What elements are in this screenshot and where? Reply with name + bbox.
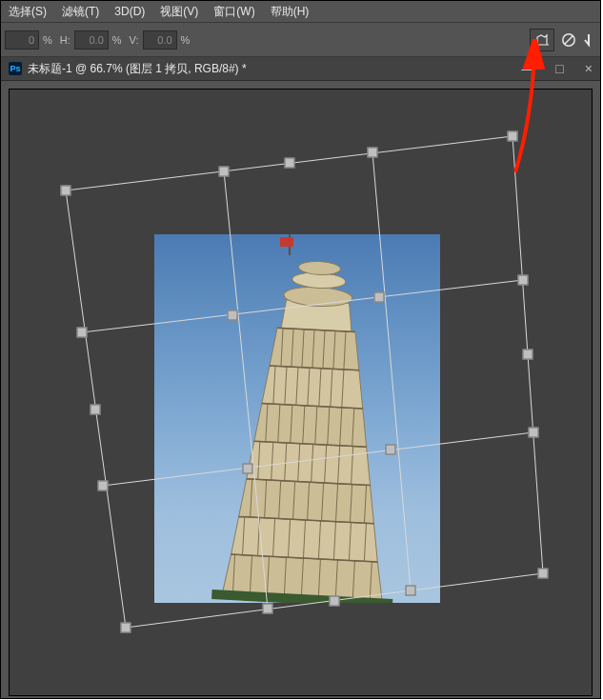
h-label: H: bbox=[60, 34, 70, 46]
document-tab-bar: Ps 未标题-1 @ 66.7% (图层 1 拷贝, RGB/8#) * — □… bbox=[1, 57, 600, 81]
minimize-button[interactable]: — bbox=[521, 61, 534, 76]
transform-handle-tc[interactable] bbox=[285, 158, 295, 169]
transform-handle-ml[interactable] bbox=[90, 405, 101, 415]
window-buttons: — □ × bbox=[521, 57, 593, 80]
v-label: V: bbox=[130, 34, 139, 46]
canvas-area[interactable] bbox=[9, 89, 593, 696]
menu-select[interactable]: 选择(S) bbox=[1, 1, 54, 22]
options-right bbox=[530, 23, 600, 56]
transform-handle[interactable] bbox=[386, 445, 396, 455]
h-input[interactable]: 0.0 bbox=[74, 30, 109, 50]
transform-handle[interactable] bbox=[98, 481, 109, 491]
transform-handle[interactable] bbox=[219, 167, 230, 177]
transform-handle-tr[interactable] bbox=[508, 131, 518, 142]
transform-handle-bc[interactable] bbox=[330, 596, 340, 607]
svg-rect-3 bbox=[280, 237, 293, 247]
transform-handle-tl[interactable] bbox=[61, 186, 71, 196]
menu-3d[interactable]: 3D(D) bbox=[107, 1, 152, 22]
transform-handle[interactable] bbox=[374, 292, 385, 303]
menu-filter[interactable]: 滤镜(T) bbox=[54, 1, 107, 22]
maximize-button[interactable]: □ bbox=[555, 61, 563, 76]
ps-icon: Ps bbox=[9, 62, 22, 75]
image-layer[interactable] bbox=[154, 234, 440, 603]
document-title[interactable]: 未标题-1 @ 66.7% (图层 1 拷贝, RGB/8#) * bbox=[28, 61, 247, 77]
transform-handle[interactable] bbox=[263, 604, 273, 614]
transform-handle[interactable] bbox=[228, 310, 238, 321]
svg-line-1 bbox=[565, 35, 573, 44]
transform-handle[interactable] bbox=[77, 328, 88, 338]
tower-illustration bbox=[154, 234, 440, 603]
transform-handle-bl[interactable] bbox=[121, 623, 131, 633]
transform-handle-mr[interactable] bbox=[523, 350, 533, 360]
cancel-icon[interactable] bbox=[560, 31, 577, 49]
unit-label: % bbox=[181, 34, 191, 46]
straighten-icon[interactable] bbox=[530, 29, 554, 51]
commit-icon[interactable] bbox=[583, 31, 596, 49]
menu-window[interactable]: 窗口(W) bbox=[206, 1, 262, 22]
unit-label: % bbox=[43, 34, 52, 46]
v-input[interactable]: 0.0 bbox=[143, 30, 177, 50]
transform-handle[interactable] bbox=[529, 428, 539, 438]
unit-label: % bbox=[112, 34, 122, 46]
transform-handle[interactable] bbox=[406, 586, 416, 596]
transform-handle[interactable] bbox=[368, 148, 378, 158]
menu-bar: 选择(S) 滤镜(T) 3D(D) 视图(V) 窗口(W) 帮助(H) bbox=[1, 1, 600, 22]
angle-input[interactable]: 0 bbox=[5, 30, 39, 50]
app-window: 选择(S) 滤镜(T) 3D(D) 视图(V) 窗口(W) 帮助(H) 0 % … bbox=[0, 0, 601, 699]
transform-handle[interactable] bbox=[243, 464, 253, 474]
menu-view[interactable]: 视图(V) bbox=[152, 1, 206, 22]
menu-help[interactable]: 帮助(H) bbox=[263, 1, 317, 22]
transform-handle[interactable] bbox=[518, 275, 529, 286]
transform-handle-br[interactable] bbox=[538, 569, 549, 579]
options-bar: 0 % H: 0.0 % V: 0.0 % bbox=[1, 22, 600, 57]
close-button[interactable]: × bbox=[585, 61, 593, 76]
